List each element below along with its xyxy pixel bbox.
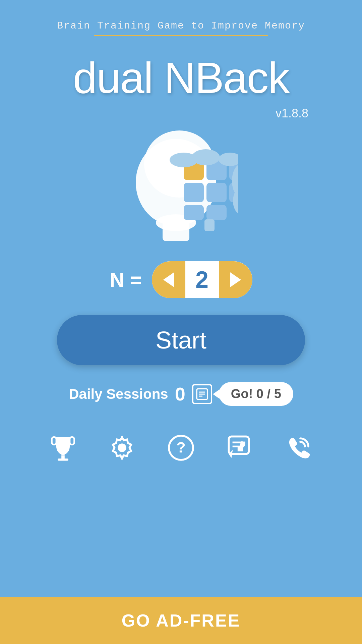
brain-illustration [124,130,238,245]
main-content: Brain Training Game to Improve Memory du… [0,0,362,597]
feedback-button[interactable] [225,433,255,463]
svg-rect-25 [70,437,74,444]
svg-rect-22 [61,455,65,459]
n-label: N = [110,268,141,291]
help-button[interactable]: ? [166,433,196,463]
svg-rect-24 [52,437,56,444]
svg-rect-10 [184,205,204,220]
svg-rect-11 [206,205,227,220]
svg-rect-7 [184,183,204,202]
go-bubble[interactable]: Go! 0 / 5 [219,382,293,406]
left-arrow-icon [163,272,174,287]
right-arrow-icon [230,272,241,287]
start-button[interactable]: Start [57,315,305,365]
svg-rect-23 [58,459,68,461]
daily-sessions-label: Daily Sessions [69,386,168,402]
n-increment-button[interactable] [219,261,252,298]
trophy-button[interactable] [48,433,78,463]
daily-sessions: Daily Sessions 0 Go! 0 / 5 [69,382,293,406]
svg-rect-8 [206,183,227,202]
bottom-nav: ? [13,426,349,470]
settings-button[interactable] [107,433,137,463]
phone-button[interactable] [284,433,314,463]
svg-point-26 [118,443,126,452]
subtitle: Brain Training Game to Improve Memory [57,20,305,32]
n-decrement-button[interactable] [152,261,185,298]
app-title: dual NBack [73,53,289,103]
n-value: 2 [185,266,219,293]
svg-text:?: ? [176,439,185,455]
n-control: 2 [152,261,252,298]
sessions-icon[interactable] [192,384,212,404]
daily-sessions-count: 0 [175,383,185,405]
ad-banner-label: GO AD-FREE [122,610,241,631]
subtitle-underline [94,35,268,36]
svg-rect-17 [204,219,215,231]
ad-banner[interactable]: GO AD-FREE [0,597,362,644]
version-label: v1.8.8 [276,106,308,120]
svg-point-13 [192,149,220,165]
n-selector: N = 2 [110,261,252,298]
